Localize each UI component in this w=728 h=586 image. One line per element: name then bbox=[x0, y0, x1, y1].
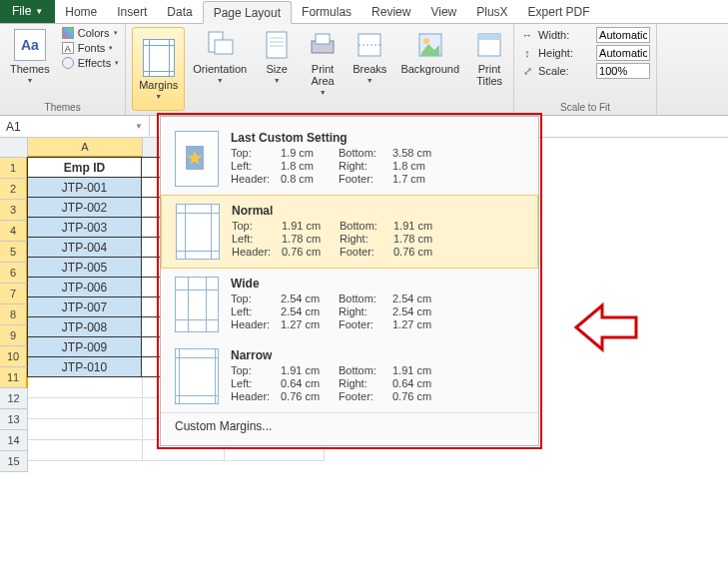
cell[interactable]: JTP-010 bbox=[27, 356, 142, 377]
cell[interactable]: JTP-008 bbox=[27, 316, 142, 337]
margins-option-normal[interactable]: NormalTop:1.91 cmBottom:1.91 cmLeft:1.78… bbox=[161, 195, 538, 269]
margins-option-title: Wide bbox=[231, 277, 524, 291]
effects-icon bbox=[62, 57, 74, 69]
tab-data[interactable]: Data bbox=[157, 0, 202, 23]
tab-insert[interactable]: Insert bbox=[107, 0, 157, 23]
tab-expert-pdf[interactable]: Expert PDF bbox=[518, 0, 600, 23]
print-titles-button[interactable]: Print Titles bbox=[467, 27, 511, 111]
margins-option-narrow[interactable]: NarrowTop:1.91 cmBottom:1.91 cmLeft:0.64… bbox=[161, 340, 538, 412]
tab-view[interactable]: View bbox=[420, 0, 466, 23]
margins-thumb-icon bbox=[176, 204, 220, 260]
custom-margins-label: Custom Margins... bbox=[175, 419, 272, 433]
print-area-icon bbox=[307, 29, 339, 61]
margins-option-title: Normal bbox=[232, 204, 523, 218]
themes-button[interactable]: Aa Themes ▼ bbox=[6, 27, 54, 86]
print-area-label: Print Area bbox=[312, 63, 335, 87]
scale-label: Scale: bbox=[538, 65, 592, 77]
row-header[interactable]: 7 bbox=[0, 284, 28, 304]
height-input[interactable] bbox=[596, 45, 650, 61]
svg-rect-2 bbox=[267, 32, 287, 58]
row-header[interactable]: 5 bbox=[0, 242, 28, 263]
print-titles-label: Print Titles bbox=[476, 63, 502, 87]
margins-thumb-icon bbox=[175, 348, 219, 404]
margins-option-title: Narrow bbox=[231, 348, 524, 362]
name-box-value: A1 bbox=[6, 120, 21, 134]
cell[interactable] bbox=[28, 398, 143, 419]
effects-label: Effects bbox=[78, 57, 111, 69]
orientation-label: Orientation bbox=[193, 63, 247, 75]
group-scale: ↔Width: ↕Height: ⤢Scale: Scale to Fit bbox=[513, 24, 657, 115]
cell[interactable]: JTP-007 bbox=[27, 296, 142, 317]
cell[interactable]: JTP-001 bbox=[27, 177, 142, 198]
margins-option-wide[interactable]: WideTop:2.54 cmBottom:2.54 cmLeft:2.54 c… bbox=[161, 269, 538, 340]
cell[interactable]: JTP-003 bbox=[27, 217, 142, 238]
tab-file-label: File bbox=[12, 4, 31, 18]
print-area-button[interactable]: Print Area▼ bbox=[301, 27, 345, 111]
width-icon: ↔ bbox=[520, 28, 534, 42]
svg-rect-13 bbox=[478, 34, 500, 40]
width-input[interactable] bbox=[596, 27, 650, 43]
tab-file[interactable]: File ▼ bbox=[0, 0, 55, 23]
cell[interactable]: JTP-009 bbox=[27, 336, 142, 357]
cell[interactable] bbox=[28, 377, 143, 398]
colors-icon bbox=[62, 27, 74, 39]
margins-icon bbox=[143, 39, 175, 77]
group-title: Scale to Fit bbox=[520, 101, 650, 114]
row-header[interactable]: 2 bbox=[0, 179, 28, 200]
col-header[interactable]: A bbox=[28, 138, 143, 158]
background-label: Background bbox=[400, 63, 459, 75]
cell[interactable] bbox=[28, 440, 143, 461]
svg-rect-8 bbox=[359, 34, 380, 56]
effects-button[interactable]: Effects▾ bbox=[62, 57, 119, 69]
breaks-button[interactable]: Breaks▼ bbox=[347, 27, 392, 111]
select-all-corner[interactable] bbox=[0, 138, 28, 158]
group-page-setup: Margins ▼ Orientation▼ Size▼ Print Area▼… bbox=[126, 24, 513, 115]
row-header[interactable]: 10 bbox=[0, 346, 28, 367]
tab-review[interactable]: Review bbox=[362, 0, 420, 23]
row-header[interactable]: 15 bbox=[0, 451, 28, 472]
margins-dropdown: Last Custom SettingTop:1.9 cmBottom:3.58… bbox=[160, 116, 539, 446]
tab-formulas[interactable]: Formulas bbox=[292, 0, 362, 23]
colors-label: Colors bbox=[78, 27, 110, 39]
background-icon bbox=[414, 29, 446, 61]
row-header[interactable]: 6 bbox=[0, 263, 28, 284]
background-button[interactable]: Background bbox=[394, 27, 465, 111]
cell[interactable]: Emp ID bbox=[27, 157, 142, 178]
row-header[interactable]: 3 bbox=[0, 200, 28, 221]
row-header[interactable]: 11 bbox=[0, 367, 28, 388]
cell[interactable]: JTP-004 bbox=[27, 237, 142, 258]
margins-button[interactable]: Margins ▼ bbox=[132, 27, 185, 111]
row-header[interactable]: 1 bbox=[0, 158, 28, 179]
tab-home[interactable]: Home bbox=[55, 0, 107, 23]
row-header[interactable]: 13 bbox=[0, 409, 28, 430]
size-label: Size bbox=[266, 63, 287, 75]
height-icon: ↕ bbox=[520, 46, 534, 60]
orientation-icon bbox=[204, 29, 236, 61]
row-header[interactable]: 12 bbox=[0, 388, 28, 409]
tab-plusx[interactable]: PlusX bbox=[466, 0, 517, 23]
name-box[interactable]: A1 ▼ bbox=[0, 116, 150, 137]
fonts-button[interactable]: AFonts▾ bbox=[62, 42, 119, 54]
size-button[interactable]: Size▼ bbox=[255, 27, 299, 111]
cell[interactable]: JTP-006 bbox=[27, 277, 142, 297]
chevron-down-icon: ▼ bbox=[26, 77, 33, 84]
custom-margins-item[interactable]: Custom Margins... bbox=[161, 412, 538, 439]
print-titles-icon bbox=[473, 29, 505, 61]
margins-option-last-custom-setting[interactable]: Last Custom SettingTop:1.9 cmBottom:3.58… bbox=[161, 123, 538, 195]
cell[interactable] bbox=[28, 419, 143, 440]
cell[interactable]: JTP-002 bbox=[27, 197, 142, 218]
themes-label: Themes bbox=[10, 63, 50, 75]
row-header[interactable]: 8 bbox=[0, 304, 28, 325]
tab-page-layout[interactable]: Page Layout bbox=[203, 1, 292, 24]
colors-button[interactable]: Colors▾ bbox=[62, 27, 119, 39]
row-header[interactable]: 4 bbox=[0, 221, 28, 242]
group-title: Themes bbox=[6, 101, 119, 114]
cell[interactable]: JTP-005 bbox=[27, 257, 142, 278]
row-header[interactable]: 9 bbox=[0, 325, 28, 346]
row-header[interactable]: 14 bbox=[0, 430, 28, 451]
svg-point-11 bbox=[423, 38, 429, 44]
scale-input[interactable] bbox=[596, 63, 650, 79]
orientation-button[interactable]: Orientation▼ bbox=[187, 27, 253, 111]
scale-icon: ⤢ bbox=[520, 64, 534, 78]
chevron-down-icon: ▼ bbox=[35, 7, 43, 16]
